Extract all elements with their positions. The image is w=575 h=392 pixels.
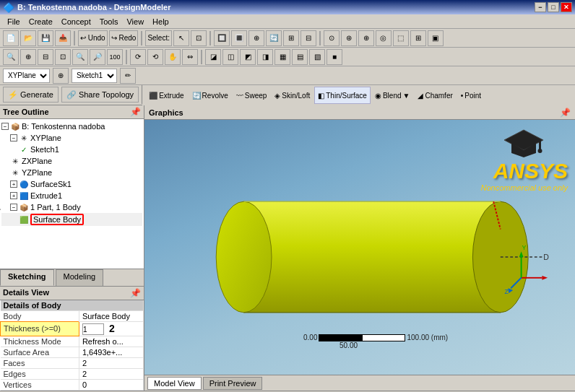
sweep-button[interactable]: 〰 Sweep: [233, 87, 271, 104]
skin-loft-icon: ◈: [274, 92, 280, 100]
minimize-button[interactable]: −: [535, 2, 546, 12]
select-mode-1[interactable]: ↖: [173, 30, 189, 46]
undo-button[interactable]: ↩ Undo: [78, 30, 108, 46]
tab-modeling[interactable]: Modeling: [56, 269, 104, 286]
revolve-button[interactable]: 🔄 Revolve: [189, 87, 232, 104]
tab-print-preview[interactable]: Print Preview: [203, 377, 263, 390]
extrude-button[interactable]: ⬛ Extrude: [145, 87, 187, 104]
part-expand[interactable]: −: [10, 204, 17, 211]
menu-help[interactable]: Help: [148, 16, 173, 27]
render7[interactable]: ▧: [309, 49, 325, 65]
plane-action[interactable]: ⊕: [53, 68, 69, 84]
save-button[interactable]: 💾: [38, 30, 53, 46]
zoom7[interactable]: 100: [107, 49, 123, 65]
snap5[interactable]: ⬚: [393, 30, 409, 46]
select-button[interactable]: Select:: [145, 30, 172, 46]
xyplane-expand[interactable]: −: [10, 134, 17, 141]
toolbar2: 🔍 ⊕ ⊟ ⊡ 🔍 🔎 100 ⟳ ⟲ ✋ ⇔ ◪ ◫ ◩ ◨ ▦ ▤ ▧ ■: [0, 48, 575, 66]
root-expand[interactable]: −: [1, 123, 9, 130]
open-button[interactable]: 📂: [20, 30, 36, 46]
view3[interactable]: ⊕: [248, 30, 264, 46]
render2[interactable]: ◫: [222, 49, 238, 65]
view6[interactable]: ⊟: [301, 30, 316, 46]
graphics-pin[interactable]: 📌: [560, 108, 571, 118]
tree-item-zxplane[interactable]: ✳ ZXPlane: [1, 155, 142, 167]
render8[interactable]: ■: [327, 49, 342, 65]
zoom3[interactable]: ⊟: [38, 49, 53, 65]
sketch-action[interactable]: ✏: [120, 68, 136, 84]
zoom5[interactable]: 🔍: [72, 49, 88, 65]
tree-item-surfacebody[interactable]: 🟩 Surface Body: [1, 213, 142, 226]
render4[interactable]: ◨: [257, 49, 273, 65]
tree-root[interactable]: − 📦 B: Tenkostenna nadoba: [1, 121, 142, 132]
extrude1-expand[interactable]: +: [10, 192, 17, 199]
tree-item-1part[interactable]: − 📦 1 Part, 1 Body: [1, 201, 142, 213]
zoom2[interactable]: ⊕: [20, 49, 36, 65]
details-row-thickness[interactable]: Thickness (>=0) 2: [1, 321, 144, 336]
app-icon: 🔷: [3, 2, 14, 13]
render5[interactable]: ▦: [274, 49, 290, 65]
snap2[interactable]: ⊛: [341, 30, 357, 46]
snap4[interactable]: ◎: [376, 30, 392, 46]
snap3[interactable]: ⊕: [358, 30, 374, 46]
view5[interactable]: ⊞: [283, 30, 299, 46]
select-mode-2[interactable]: ⊡: [191, 30, 207, 46]
tree-item-sketch1[interactable]: ✓ Sketch1: [1, 144, 142, 155]
rot2[interactable]: ⟲: [147, 49, 163, 65]
thickness-input[interactable]: [82, 323, 104, 335]
tabs: Sketching Modeling: [0, 269, 144, 286]
menu-tools[interactable]: Tools: [95, 16, 123, 27]
zxplane-icon: ✳: [10, 156, 20, 166]
tree-item-surfacesk1[interactable]: + 🔵 SurfaceSk1: [1, 178, 142, 190]
details-pin[interactable]: 📌: [130, 288, 141, 298]
zoom4[interactable]: ⊡: [55, 49, 71, 65]
thin-surface-button[interactable]: ◧ Thin/Surface: [314, 87, 371, 104]
snap6[interactable]: ⊞: [410, 30, 426, 46]
new-button[interactable]: 📄: [3, 30, 19, 46]
view4[interactable]: 🔄: [266, 30, 282, 46]
redo-button[interactable]: ↪ Redo: [109, 30, 139, 46]
menu-view[interactable]: View: [122, 16, 148, 27]
share-topology-button[interactable]: 🔗 Share Topology: [61, 87, 139, 103]
plane-select[interactable]: XYPlane: [3, 69, 50, 83]
zoom6[interactable]: 🔎: [90, 49, 105, 65]
thin-surface-label: Thin/Surface: [326, 92, 367, 100]
tree-content[interactable]: − 📦 B: Tenkostenna nadoba − ✳ XYPlane ✓ …: [0, 119, 144, 269]
graphics-viewport[interactable]: ANSYS Noncommercial use only: [144, 120, 575, 375]
snap7[interactable]: ▣: [428, 30, 444, 46]
render1[interactable]: ◪: [205, 49, 221, 65]
point-button[interactable]: • Point: [457, 87, 485, 104]
view2[interactable]: 🔳: [231, 30, 247, 46]
pan1[interactable]: ✋: [165, 49, 181, 65]
menu-concept[interactable]: Concept: [57, 16, 95, 27]
render3[interactable]: ◩: [240, 49, 256, 65]
tree-item-extrude1[interactable]: + 🟦 Extrude1: [1, 190, 142, 201]
close-button[interactable]: ✕: [561, 2, 572, 12]
zoom1[interactable]: 🔍: [3, 49, 19, 65]
titlebar-controls[interactable]: − □ ✕: [535, 2, 572, 12]
view1[interactable]: 🔲: [214, 30, 230, 46]
blend-button[interactable]: ◉ Blend▼: [371, 87, 413, 104]
import-button[interactable]: 📥: [55, 30, 71, 46]
render6[interactable]: ▤: [292, 49, 308, 65]
details-thickness-value[interactable]: 2: [79, 321, 143, 336]
graphics-header: Graphics 📌: [144, 105, 575, 120]
tree-item-yzplane[interactable]: ✳ YZPlane: [1, 167, 142, 178]
pin-icon[interactable]: 📌: [130, 107, 141, 117]
gen-bar: ⚡ Generate 🔗 Share Topology: [0, 85, 142, 104]
tree-item-xyplane[interactable]: − ✳ XYPlane: [1, 132, 142, 144]
sketch-select[interactable]: Sketch1: [72, 69, 117, 83]
skin-loft-button[interactable]: ◈ Skin/Loft: [271, 87, 314, 104]
pan2[interactable]: ⇔: [182, 49, 198, 65]
snap1[interactable]: ⊙: [324, 30, 340, 46]
menu-file[interactable]: File: [3, 16, 25, 27]
tab-sketching[interactable]: Sketching: [0, 269, 54, 286]
tab-model-view[interactable]: Model View: [147, 377, 202, 390]
chamfer-button[interactable]: ◢ Chamfer: [414, 87, 456, 104]
menu-create[interactable]: Create: [25, 16, 57, 27]
plane-sketch-toolbar: XYPlane ⊕ Sketch1 ✏: [0, 66, 575, 85]
maximize-button[interactable]: □: [548, 2, 559, 12]
rot1[interactable]: ⟳: [130, 49, 146, 65]
generate-button[interactable]: ⚡ Generate: [3, 87, 59, 103]
surfacesk1-expand[interactable]: +: [10, 180, 17, 188]
